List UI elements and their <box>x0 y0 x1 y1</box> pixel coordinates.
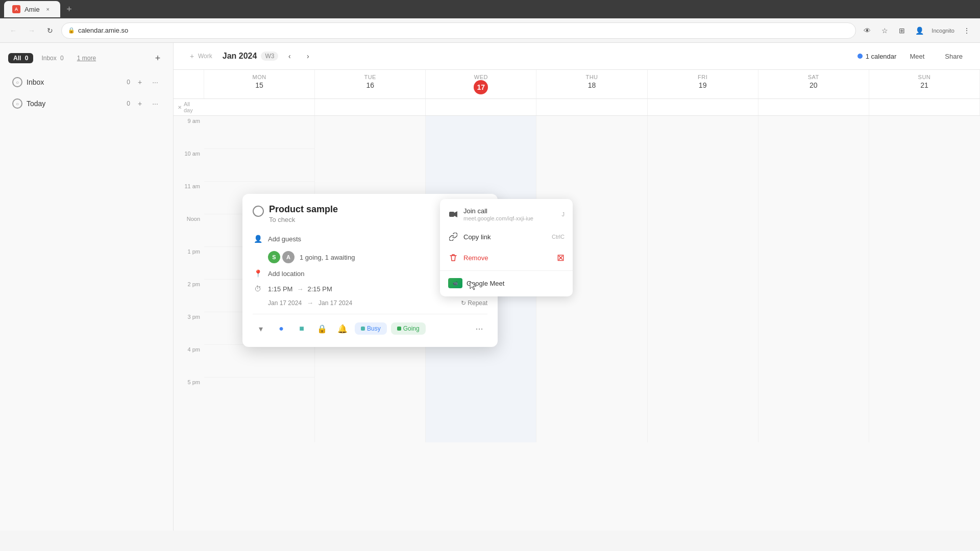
tab-bar: A Amie × + <box>0 0 980 18</box>
person-icon: 👤 <box>253 234 263 244</box>
profile-button[interactable]: 👤 <box>912 23 926 38</box>
new-tab-button[interactable]: + <box>62 2 77 16</box>
work-add-icon[interactable]: + <box>188 52 196 60</box>
allday-sun[interactable] <box>869 99 980 115</box>
copy-link-icon <box>448 232 458 242</box>
time-1pm: 1 pm <box>174 246 204 279</box>
time-range: 1:15 PM → 2:15 PM <box>268 285 332 293</box>
date-start: Jan 17 2024 <box>268 299 302 307</box>
remove-label: Remove <box>463 254 552 262</box>
day-header-fri[interactable]: Fri 19 <box>648 70 758 98</box>
lock-footer-icon[interactable]: 🔒 <box>314 320 330 337</box>
allday-thu[interactable] <box>536 99 647 115</box>
prev-week-button[interactable]: ‹ <box>282 49 297 63</box>
more-options-button[interactable]: ··· <box>471 320 487 337</box>
allday-wed[interactable] <box>426 99 536 115</box>
filter-inbox[interactable]: Inbox 0 <box>36 53 68 63</box>
inbox-add-button[interactable]: + <box>134 77 145 88</box>
add-guests-label: Add guests <box>268 235 301 243</box>
sidebar-item-inbox[interactable]: ○ Inbox 0 + ··· <box>8 73 165 91</box>
allday-label: ✕ All day <box>174 99 204 115</box>
repeat-row[interactable]: ↻ Repeat <box>461 299 487 307</box>
time-label-col: 9 am 10 am 11 am Noon 1 pm 2 pm 3 pm 4 p… <box>174 116 204 442</box>
time-noon: Noon <box>174 214 204 246</box>
busy-status-button[interactable]: Busy <box>355 322 387 335</box>
copy-link-label: Copy link <box>463 233 547 241</box>
svg-marker-1 <box>454 211 457 217</box>
today-add-button[interactable]: + <box>134 98 145 109</box>
allday-mon[interactable] <box>204 99 315 115</box>
time-11am: 11 am <box>174 181 204 214</box>
allday-fri[interactable] <box>648 99 758 115</box>
join-call-icon <box>448 209 458 219</box>
col-sat[interactable] <box>758 116 869 442</box>
col-fri[interactable] <box>648 116 758 442</box>
day-headers: Mon 15 Tue 16 Wed 17 Thu 18 Fri 19 Sat 2… <box>174 70 980 99</box>
sidebar-inbox-section: ○ Inbox 0 + ··· <box>8 73 165 91</box>
calendar-dot <box>857 54 863 59</box>
back-button[interactable]: ← <box>6 23 20 38</box>
context-remove[interactable]: Remove ⊠ <box>440 247 573 268</box>
tab-close-button[interactable]: × <box>44 5 52 13</box>
going-status-button[interactable]: Going <box>391 322 426 335</box>
extensions-button[interactable]: ⊞ <box>895 23 909 38</box>
allday-tue[interactable] <box>315 99 426 115</box>
col-sun[interactable] <box>869 116 980 442</box>
tab-favicon: A <box>12 5 20 13</box>
day-header-sat[interactable]: Sat 20 <box>758 70 869 98</box>
address-bar[interactable]: 🔒 calendar.amie.so <box>61 22 856 39</box>
today-more-button[interactable]: ··· <box>150 98 161 109</box>
month-label: Jan 2024 <box>223 52 257 61</box>
guest-avatars: S A <box>268 251 295 263</box>
copy-link-shortcut: CtrlC <box>552 234 565 240</box>
time-end: 2:15 PM <box>307 285 332 293</box>
context-menu-divider <box>440 270 573 271</box>
location-icon: 📍 <box>253 268 263 279</box>
day-header-sun[interactable]: Sun 21 <box>869 70 980 98</box>
time-start: 1:15 PM <box>268 285 292 293</box>
collapse-icon[interactable]: ✕ <box>178 105 182 110</box>
avatar-s: S <box>268 251 280 263</box>
cal-nav: Jan 2024 W3 ‹ › <box>223 49 315 63</box>
allday-sat[interactable] <box>758 99 869 115</box>
circle-status-icon[interactable]: ● <box>273 320 289 337</box>
refresh-button[interactable]: ↻ <box>43 23 57 38</box>
sidebar-item-today[interactable]: ○ Today 0 + ··· <box>8 95 165 112</box>
allday-row: ✕ All day <box>174 99 980 116</box>
square-icon[interactable]: ■ <box>293 320 310 337</box>
collapse-button[interactable]: ▾ <box>253 320 269 337</box>
time-9am: 9 am <box>174 116 204 148</box>
inbox-icon: ○ <box>12 77 22 87</box>
remove-icon <box>448 253 458 263</box>
inbox-more-button[interactable]: ··· <box>150 77 161 88</box>
today-icon: ○ <box>12 98 22 109</box>
active-tab[interactable]: A Amie × <box>4 1 60 17</box>
day-header-mon[interactable]: Mon 15 <box>204 70 315 98</box>
context-menu: Join call meet.google.com/iqf-xxji-iue J… <box>440 199 573 296</box>
event-date-row: Jan 17 2024 → Jan 17 2024 ↻ Repeat <box>253 299 487 307</box>
sidebar-today-section: ○ Today 0 + ··· <box>8 95 165 112</box>
google-meet-button[interactable]: 📹 Google Meet <box>440 273 573 293</box>
clock-icon: ⏱ <box>253 284 263 294</box>
bell-footer-icon[interactable]: 🔔 <box>334 320 351 337</box>
context-join-call[interactable]: Join call meet.google.com/iqf-xxji-iue J <box>440 202 573 227</box>
filter-all[interactable]: All 0 <box>8 53 33 63</box>
forward-button[interactable]: → <box>24 23 39 38</box>
week-badge: W3 <box>261 52 278 61</box>
filter-more[interactable]: 1 more <box>72 53 101 63</box>
add-item-button[interactable]: + <box>151 51 165 65</box>
day-header-tue[interactable]: Tue 16 <box>315 70 426 98</box>
busy-dot <box>361 327 365 331</box>
join-call-label: Join call meet.google.com/iqf-xxji-iue <box>463 207 557 221</box>
bookmark-button[interactable]: ☆ <box>877 23 892 38</box>
eye-off-icon[interactable]: 👁 <box>860 23 874 38</box>
guests-status-text: 1 going, 1 awaiting <box>300 254 355 261</box>
share-button[interactable]: Share <box>938 49 970 63</box>
context-copy-link[interactable]: Copy link CtrlC <box>440 227 573 247</box>
incognito-label: Incognito <box>929 28 957 34</box>
day-header-thu[interactable]: Thu 18 <box>536 70 647 98</box>
browser-menu-button[interactable]: ⋮ <box>960 23 974 38</box>
next-week-button[interactable]: › <box>301 49 315 63</box>
day-header-wed[interactable]: Wed 17 <box>426 70 536 98</box>
meet-button[interactable]: Meet <box>902 49 932 63</box>
